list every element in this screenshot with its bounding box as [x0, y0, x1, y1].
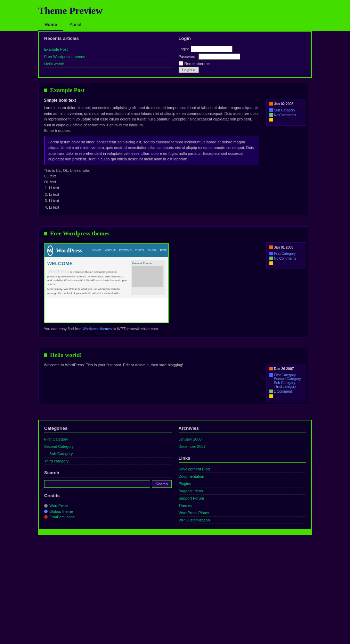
- wp-nav-about: ABOUT: [105, 248, 115, 253]
- header: Theme Preview Home About: [0, 0, 350, 31]
- credit-dot-2: [44, 510, 48, 513]
- credit-link-2[interactable]: Blubop theme: [49, 509, 73, 513]
- wp-themes-link[interactable]: Wordpress themes: [83, 327, 112, 331]
- archive-link-1[interactable]: January 2008: [179, 436, 306, 443]
- wp-desc: WordPress is a state-of-the-art semantic…: [47, 269, 128, 286]
- ul-intro-1: This is UL, OL, LI example:UL textOL tex…: [44, 168, 259, 185]
- link-5[interactable]: Support Forum: [179, 495, 306, 502]
- post-text-3: Welcome to WordPress. This is your first…: [44, 362, 259, 368]
- link-3[interactable]: Plugins: [179, 480, 306, 487]
- blockquote-1: Lorem ipsum dolor sit amet, consectetur …: [44, 136, 259, 165]
- post-categories-3: First Category, Second Category, Sub Cat…: [274, 373, 303, 388]
- wp-current-theme: Current Theme: [132, 261, 164, 266]
- login-input[interactable]: [191, 46, 233, 52]
- cat-link-4[interactable]: Third category: [44, 458, 172, 465]
- wp-nav-bar: HOME ABOUT EXTEND DOCS BLOG FORUMS POSTI…: [92, 248, 169, 253]
- post-title-icon-1: [44, 89, 47, 92]
- credits-title: Credits: [44, 493, 172, 500]
- meta-date-row-1: Jan 02 2008: [269, 102, 303, 107]
- wp-right-col: Current Theme: [131, 260, 165, 295]
- top-widgets-bar: Recents articles Example Post Free Wordp…: [38, 31, 312, 78]
- search-title: Search: [44, 470, 172, 477]
- search-input[interactable]: [44, 480, 150, 488]
- login-button[interactable]: Login »: [179, 67, 199, 73]
- footer-widgets: Categories First Category Second Categor…: [38, 420, 312, 530]
- password-input[interactable]: [198, 53, 240, 60]
- post-body-1: Simple bold text Lorem ipsum dolor sit a…: [39, 97, 264, 216]
- cat-link-1[interactable]: First Category: [44, 436, 172, 443]
- post-cat-3c[interactable]: Sub Category: [274, 381, 295, 385]
- login-row: Login:: [179, 46, 306, 52]
- link-8[interactable]: WP Customization: [179, 517, 306, 524]
- login-label: Login:: [179, 47, 189, 51]
- meta-date-row-2: Jan 01 2008: [269, 245, 303, 251]
- password-row: Password:: [179, 53, 306, 60]
- post-comments-3[interactable]: 1 Comment: [274, 390, 292, 393]
- meta-edit-row-3: [269, 394, 303, 398]
- meta-cat-row-2: First Category: [269, 252, 303, 256]
- wp-nav-forums: FORUMS: [160, 248, 169, 253]
- credit-1: WordPress: [44, 503, 172, 509]
- login-title: Login: [179, 36, 306, 43]
- meta-cat-row-3: First Category, Second Category, Sub Cat…: [269, 373, 303, 388]
- post-date-1: Jan 02 2008: [274, 102, 293, 106]
- credit-dot-3: [44, 515, 48, 519]
- post-cat-3b[interactable]: Second Category: [274, 377, 301, 381]
- meta-date-row-3: Dec 26 2007: [269, 367, 303, 372]
- cat-link-3[interactable]: Sub Category: [44, 450, 172, 458]
- search-form: Search: [44, 480, 172, 488]
- post-title-1[interactable]: Example Post: [50, 87, 85, 94]
- edit-icon-3: [269, 394, 273, 398]
- wp-theme-preview: [132, 266, 163, 287]
- wp-screenshot: W WordPress HOME ABOUT EXTEND DOCS BLOG …: [44, 243, 169, 323]
- password-label: Password:: [179, 55, 196, 59]
- recent-link-2[interactable]: Free Wordpress themes: [44, 53, 172, 60]
- credit-link-1[interactable]: WordPress: [49, 504, 68, 508]
- post-title-2[interactable]: Free Wordpress themes: [50, 230, 109, 237]
- post-body-2: W WordPress HOME ABOUT EXTEND DOCS BLOG …: [39, 241, 264, 337]
- recent-link-1[interactable]: Example Post: [44, 46, 172, 53]
- post-category-1[interactable]: Sub Category: [274, 108, 295, 112]
- wp-desc2: More simply, WordPress is what you use w…: [47, 287, 128, 295]
- post-body-3: Welcome to WordPress. This is your first…: [39, 362, 264, 404]
- post-title-icon-2: [44, 232, 47, 235]
- meta-edit-row-2: [269, 261, 303, 265]
- credit-link-3[interactable]: FamFam icons: [49, 515, 75, 519]
- recent-link-3[interactable]: Hello world!: [44, 60, 172, 68]
- post-para-1: Lorem ipsum dolor sit amet, consectetur …: [44, 105, 259, 134]
- post-comments-1[interactable]: No Comments: [274, 113, 296, 117]
- post-title-3[interactable]: Hello world!: [50, 352, 82, 359]
- credit-dot-1: [44, 504, 48, 508]
- meta-comment-row-3: 1 Comment: [269, 390, 303, 393]
- archive-link-2[interactable]: December 2007: [179, 443, 306, 450]
- link-2[interactable]: Documentation: [179, 473, 306, 480]
- post-title-bar-1: Example Post: [39, 83, 308, 97]
- link-4[interactable]: Suggest Ideas: [179, 487, 306, 495]
- list-item: Li text: [49, 185, 259, 191]
- post-meta-3: Dec 26 2007 First Category, Second Categ…: [266, 364, 306, 402]
- wp-nav-blog: BLOG: [148, 248, 156, 253]
- post-cat-3a[interactable]: First Category: [274, 373, 295, 377]
- main-nav: Home About: [38, 19, 312, 31]
- link-1[interactable]: Development Blog: [179, 466, 306, 473]
- link-6[interactable]: Themes: [179, 502, 306, 509]
- link-7[interactable]: WordPress Planet: [179, 509, 306, 517]
- post-comments-2[interactable]: No Comments: [274, 257, 296, 260]
- search-button[interactable]: Search: [152, 480, 172, 488]
- link-suffix-2: at WPThemesArchive.com: [112, 327, 158, 331]
- list-item: Li text: [49, 204, 259, 211]
- recents-widget: Recents articles Example Post Free Wordp…: [44, 36, 172, 73]
- date-icon-2: [269, 245, 273, 249]
- remember-checkbox[interactable]: [179, 61, 183, 66]
- cat-icon-1: [269, 108, 273, 112]
- post-cat-3d[interactable]: Third category: [274, 385, 296, 388]
- cat-link-2[interactable]: Second Category: [44, 443, 172, 450]
- wp-nav-docs: DOCS: [135, 248, 144, 253]
- credit-2: Blubop theme: [44, 509, 172, 514]
- post-example-post: Example Post Simple bold text Lorem ipsu…: [38, 83, 308, 216]
- post-meta-1: Jan 02 2008 Sub Category No Comments: [266, 99, 306, 126]
- nav-home[interactable]: Home: [38, 19, 63, 31]
- post-category-2[interactable]: First Category: [274, 252, 296, 256]
- login-widget: Login Login: Password: Remember me Login…: [179, 36, 306, 73]
- nav-about[interactable]: About: [63, 19, 88, 31]
